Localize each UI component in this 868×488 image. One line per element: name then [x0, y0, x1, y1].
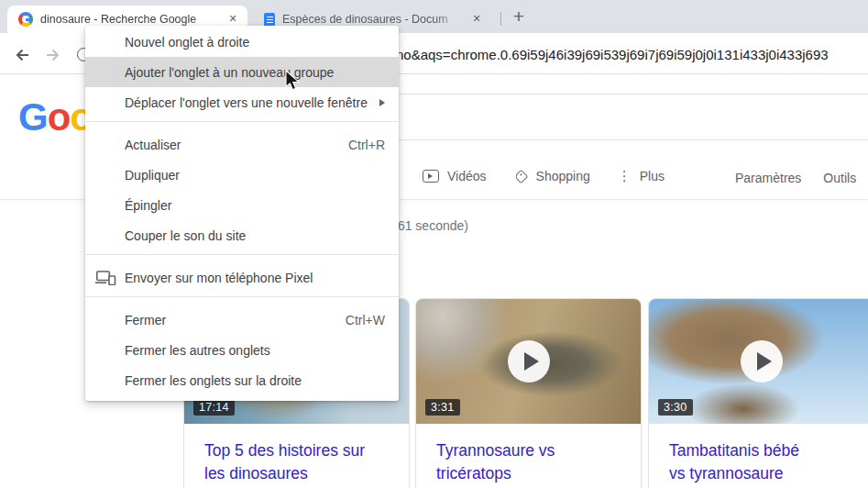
- nav-tab-shopping[interactable]: Shopping: [514, 169, 590, 183]
- video-icon: [423, 170, 439, 183]
- menu-item-reload[interactable]: Actualiser Ctrl+R: [85, 129, 399, 160]
- menu-item-close-tabs-to-right[interactable]: Fermer les onglets sur la droite: [85, 365, 399, 395]
- menu-shortcut: Ctrl+R: [348, 138, 385, 152]
- send-to-device-icon: [95, 271, 116, 285]
- menu-item-label: Ajouter l'onglet à un nouveau groupe: [125, 65, 334, 80]
- forward-icon[interactable]: [44, 46, 62, 64]
- menu-item-send-to-pixel[interactable]: Envoyer sur mon téléphone Pixel: [85, 262, 399, 293]
- menu-item-label: Nouvel onglet à droite: [125, 35, 249, 50]
- menu-item-label: Couper le son du site: [125, 228, 246, 243]
- nav-label: Shopping: [536, 169, 590, 183]
- menu-item-label: Dupliquer: [125, 168, 180, 183]
- tab-context-menu: Nouvel onglet à droite Ajouter l'onglet …: [85, 26, 399, 401]
- video-title-link[interactable]: Tambatitanis bébé vs tyrannosaure: [649, 424, 868, 485]
- logo-letter: G: [18, 95, 48, 139]
- menu-item-close[interactable]: Fermer Ctrl+W: [85, 305, 399, 335]
- duration-badge: 3:31: [425, 399, 460, 416]
- play-icon: [524, 352, 539, 371]
- tab-title: dinosaure - Recherche Google: [40, 13, 218, 26]
- result-stats: ,61 seconde): [394, 218, 468, 233]
- duration-badge: 3:30: [658, 399, 693, 416]
- google-favicon-icon: [18, 12, 33, 27]
- menu-item-new-tab-right[interactable]: Nouvel onglet à droite: [85, 27, 399, 57]
- results-nav: Vidéos Shopping ⋮ Plus: [423, 169, 665, 183]
- tab-close-icon[interactable]: ✕: [225, 12, 240, 27]
- logo-letter: o: [48, 95, 71, 139]
- play-icon: [757, 352, 772, 371]
- nav-settings[interactable]: Paramètres: [735, 171, 801, 185]
- menu-shortcut: Ctrl+W: [346, 313, 385, 327]
- video-thumbnail[interactable]: 3:30: [649, 299, 868, 424]
- nav-label: Vidéos: [447, 169, 487, 183]
- back-icon[interactable]: [13, 46, 31, 64]
- docs-favicon-icon: [264, 13, 275, 27]
- video-title-link[interactable]: Tyrannosaure vs tricératops: [416, 424, 641, 485]
- play-button[interactable]: [741, 340, 783, 383]
- menu-item-move-tab-to-window[interactable]: Déplacer l'onglet vers une nouvelle fenê…: [85, 87, 399, 117]
- video-card[interactable]: 3:31 Tyrannosaure vs tricératops: [415, 298, 642, 488]
- menu-item-label: Actualiser: [125, 138, 181, 152]
- menu-item-label: Envoyer sur mon téléphone Pixel: [125, 271, 313, 285]
- video-title-line: vs tyrannosaure: [669, 462, 855, 485]
- new-tab-button[interactable]: +: [507, 5, 531, 28]
- menu-item-label: Fermer les onglets sur la droite: [125, 373, 302, 388]
- video-title-line: Top 5 des histoires sur: [204, 439, 390, 462]
- video-title-line: les dinosaures: [204, 462, 390, 485]
- menu-item-duplicate[interactable]: Dupliquer: [85, 160, 399, 190]
- nav-tab-videos[interactable]: Vidéos: [423, 169, 487, 183]
- nav-tools[interactable]: Outils: [823, 171, 856, 185]
- video-title-line: Tambatitanis bébé: [669, 439, 855, 462]
- play-button[interactable]: [508, 340, 550, 383]
- tab-title: Espèces de dinosaures - Docum: [282, 13, 462, 26]
- menu-item-label: Fermer: [125, 313, 166, 327]
- duration-badge: 17:14: [193, 399, 235, 416]
- submenu-arrow-icon: [379, 99, 385, 106]
- menu-separator: [85, 121, 399, 122]
- menu-item-pin[interactable]: Épingler: [85, 190, 399, 220]
- video-title-line: tricératops: [436, 462, 622, 485]
- browser-window: dinosaure - Recherche Google ✕ Espèces d…: [0, 0, 868, 488]
- tab-close-icon[interactable]: ✕: [469, 12, 484, 27]
- menu-item-close-other-tabs[interactable]: Fermer les autres onglets: [85, 335, 399, 365]
- video-title-link[interactable]: Top 5 des histoires sur les dinosaures: [184, 424, 409, 485]
- nav-label: Plus: [640, 169, 665, 183]
- menu-item-label: Fermer les autres onglets: [125, 343, 270, 358]
- tab-separator: [500, 12, 501, 26]
- video-thumbnail[interactable]: 3:31: [416, 299, 641, 424]
- nav-tab-plus[interactable]: ⋮ Plus: [618, 169, 665, 183]
- address-bar-url[interactable]: no&aqs=chrome.0.69i59j46i39j69i539j69i7j…: [396, 47, 868, 62]
- menu-separator: [85, 296, 399, 297]
- menu-item-label: Épingler: [125, 198, 171, 213]
- results-nav-right: Paramètres Outils: [735, 171, 856, 185]
- menu-item-mute-site[interactable]: Couper le son du site: [85, 220, 399, 250]
- video-title-line: Tyrannosaure vs: [436, 439, 622, 462]
- video-card[interactable]: 3:30 Tambatitanis bébé vs tyrannosaure: [648, 298, 868, 488]
- tag-icon: [513, 169, 528, 183]
- menu-separator: [85, 254, 399, 255]
- menu-item-add-tab-to-group[interactable]: Ajouter l'onglet à un nouveau groupe: [85, 57, 399, 87]
- mouse-cursor-icon: [284, 70, 301, 94]
- more-vert-icon: ⋮: [618, 170, 632, 183]
- menu-item-label: Déplacer l'onglet vers une nouvelle fenê…: [125, 95, 368, 110]
